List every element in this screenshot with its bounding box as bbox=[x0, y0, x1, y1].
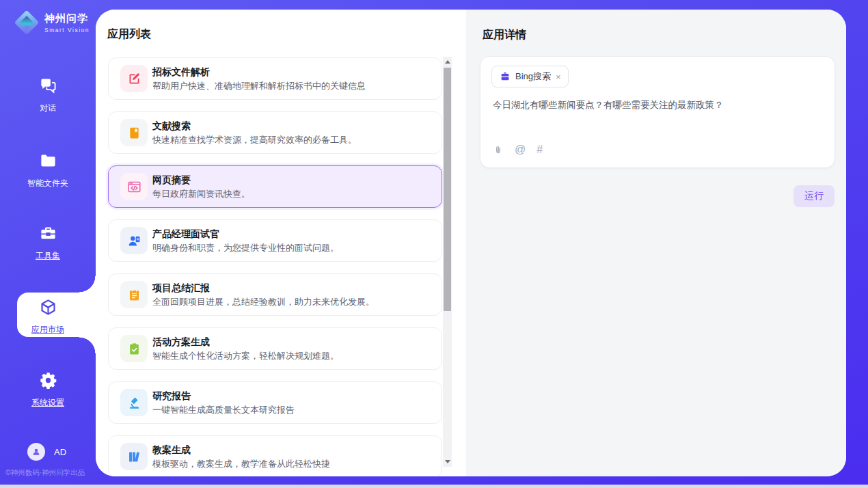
app-card-title: 产品经理面试官 bbox=[152, 228, 219, 241]
sidebar-item-label: 智能文件夹 bbox=[0, 178, 96, 189]
app-card-title: 活动方案生成 bbox=[152, 336, 210, 349]
edit-document-icon bbox=[120, 65, 148, 92]
user-row[interactable]: AD bbox=[27, 443, 66, 461]
app-detail-panel: 应用详情 Bing搜索 × 今日湖北有哪些新闻要点？有哪些需要关注的最新政策？ … bbox=[466, 10, 846, 476]
app-card-活动方案生成[interactable]: 活动方案生成智能生成个性化活动方案，轻松解决规划难题。 bbox=[108, 327, 442, 370]
mention-icon[interactable]: @ bbox=[515, 144, 526, 155]
app-card-description: 全面回顾项目进展，总结经验教训，助力未来优化发展。 bbox=[152, 296, 375, 308]
query-text[interactable]: 今日湖北有哪些新闻要点？有哪些需要关注的最新政策？ bbox=[493, 99, 821, 111]
app-card-文献搜索[interactable]: 文献搜索快速精准查找学术资源，提高研究效率的必备工具。 bbox=[108, 111, 442, 154]
app-card-description: 帮助用户快速、准确地理解和解析招标书中的关键信息 bbox=[152, 80, 366, 92]
app-list-title: 应用列表 bbox=[107, 27, 151, 42]
app-list-panel: 应用列表 招标文件解析帮助用户快速、准确地理解和解析招标书中的关键信息文献搜索快… bbox=[96, 10, 466, 476]
sidebar-item-系统设置[interactable]: 系统设置 bbox=[0, 371, 96, 409]
scroll-up-button[interactable] bbox=[443, 57, 452, 67]
clipboard-check-icon bbox=[120, 335, 148, 362]
app-card-研究报告[interactable]: 研究报告一键智能生成高质量长文本研究报告 bbox=[108, 381, 442, 424]
chip-close-icon[interactable]: × bbox=[556, 72, 561, 81]
attachment-icon[interactable] bbox=[493, 144, 504, 155]
scroll-down-button[interactable] bbox=[443, 457, 452, 467]
browser-code-icon bbox=[120, 173, 148, 200]
brand-logo: 神州问学 Smart Vision bbox=[15, 11, 90, 34]
arrow-down-icon bbox=[445, 460, 450, 463]
app-card-description: 模板驱动，教案生成，教学准备从此轻松快捷 bbox=[152, 458, 330, 470]
main-content: 应用列表 招标文件解析帮助用户快速、准确地理解和解析招标书中的关键信息文献搜索快… bbox=[96, 10, 846, 476]
arrow-up-icon bbox=[445, 60, 450, 64]
input-toolbar: @# bbox=[493, 144, 543, 155]
sidebar-item-智能文件夹[interactable]: 智能文件夹 bbox=[0, 152, 96, 189]
microscope-icon bbox=[120, 389, 148, 416]
app-card-description: 快速精准查找学术资源，提高研究效率的必备工具。 bbox=[152, 134, 357, 146]
app-card-教案生成[interactable]: 教案生成模板驱动，教案生成，教学准备从此轻松快捷 bbox=[108, 435, 442, 476]
avatar[interactable] bbox=[27, 443, 45, 461]
sidebar-item-label: 对话 bbox=[0, 103, 96, 114]
brand-diamond-icon bbox=[14, 10, 40, 36]
folder-icon bbox=[39, 152, 57, 170]
prompt-card: Bing搜索 × 今日湖北有哪些新闻要点？有哪些需要关注的最新政策？ @# bbox=[480, 56, 835, 168]
app-card-title: 项目总结汇报 bbox=[152, 282, 210, 295]
sidebar-item-对话[interactable]: 对话 bbox=[0, 77, 96, 114]
sidebar-item-label: 工具集 bbox=[0, 250, 96, 262]
interviewer-icon bbox=[120, 227, 148, 254]
run-button[interactable]: 运行 bbox=[794, 185, 835, 207]
person-icon bbox=[31, 447, 41, 457]
app-card-description: 一键智能生成高质量长文本研究报告 bbox=[152, 404, 295, 416]
brand-name: 神州问学 bbox=[44, 12, 88, 24]
chat-icon bbox=[39, 77, 57, 95]
sidebar-item-应用市场[interactable]: 应用市场 bbox=[0, 298, 96, 336]
sidebar-item-label: 系统设置 bbox=[0, 397, 96, 409]
app-card-网页摘要[interactable]: 网页摘要每日政府新闻资讯快查。 bbox=[108, 165, 442, 208]
briefcase-icon bbox=[500, 71, 511, 82]
app-card-产品经理面试官[interactable]: 产品经理面试官明确身份和职责，为您提供专业性的面试问题。 bbox=[108, 219, 442, 262]
book-icon bbox=[120, 119, 148, 146]
tool-chip-bing-search[interactable]: Bing搜索 × bbox=[491, 66, 569, 87]
app-card-description: 智能生成个性化活动方案，轻松解决规划难题。 bbox=[152, 350, 339, 362]
app-card-description: 每日政府新闻资讯快查。 bbox=[152, 188, 250, 200]
app-card-title: 招标文件解析 bbox=[152, 66, 210, 79]
copyright-text: ©神州数码·神州问学出品 bbox=[5, 468, 85, 478]
app-card-title: 网页摘要 bbox=[152, 174, 191, 187]
sidebar-item-label: 应用市场 bbox=[0, 324, 96, 336]
app-card-title: 文献搜索 bbox=[152, 120, 191, 133]
app-detail-title: 应用详情 bbox=[483, 28, 526, 42]
toolbox-icon bbox=[39, 224, 57, 243]
brand-tagline: Smart Vision bbox=[44, 27, 90, 33]
app-card-title: 研究报告 bbox=[152, 390, 191, 403]
gear-icon bbox=[39, 371, 57, 390]
hashtag-icon[interactable]: # bbox=[537, 144, 543, 155]
app-card-项目总结汇报[interactable]: 项目总结汇报全面回顾项目进展，总结经验教训，助力未来优化发展。 bbox=[108, 273, 442, 316]
scrollbar[interactable] bbox=[443, 57, 452, 467]
sidebar-item-工具集[interactable]: 工具集 bbox=[0, 224, 96, 262]
user-initials: AD bbox=[54, 447, 66, 457]
sidebar: 神州问学 Smart Vision 对话智能文件夹工具集应用市场系统设置 AD … bbox=[0, 0, 96, 485]
tool-chip-label: Bing搜索 bbox=[515, 70, 551, 83]
scrollbar-thumb[interactable] bbox=[444, 68, 451, 311]
app-card-招标文件解析[interactable]: 招标文件解析帮助用户快速、准确地理解和解析招标书中的关键信息 bbox=[108, 57, 442, 100]
app-card-title: 教案生成 bbox=[152, 444, 191, 457]
notepad-icon bbox=[120, 281, 148, 308]
app-card-description: 明确身份和职责，为您提供专业性的面试问题。 bbox=[152, 242, 339, 254]
app-card-list: 招标文件解析帮助用户快速、准确地理解和解析招标书中的关键信息文献搜索快速精准查找… bbox=[108, 57, 442, 476]
app-shell: 神州问学 Smart Vision 对话智能文件夹工具集应用市场系统设置 AD … bbox=[0, 0, 868, 485]
cube-icon bbox=[39, 298, 57, 316]
books-icon bbox=[120, 443, 148, 470]
